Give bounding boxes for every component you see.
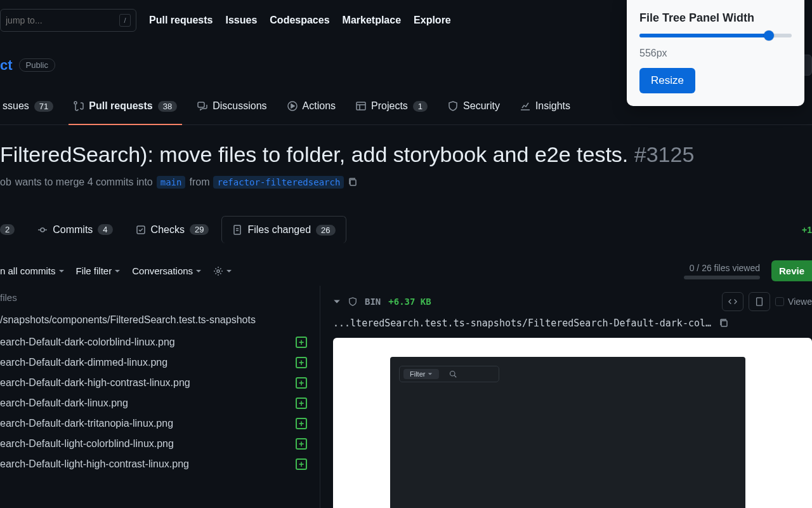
nav-codespaces[interactable]: Codespaces (270, 15, 329, 26)
diff-added-icon: + (296, 418, 307, 429)
diff-panel: BIN +6.37 KB Viewe ...lteredSearch.test.… (320, 286, 812, 508)
pr-merge-text: wants to merge 4 commits into (15, 177, 153, 188)
review-button[interactable]: Revie (771, 260, 812, 281)
diff-added-icon: + (296, 458, 307, 470)
chevron-down-icon (114, 268, 121, 274)
conversation-count: 2 (0, 224, 15, 235)
preview-search-icon[interactable] (444, 370, 495, 378)
svg-rect-9 (721, 321, 727, 326)
checklist-icon (136, 225, 146, 235)
shield-icon (448, 101, 458, 111)
tab-label: Commits (53, 224, 93, 236)
files-count: 26 (316, 225, 335, 236)
width-slider[interactable] (639, 34, 792, 37)
global-search[interactable]: / (0, 9, 136, 32)
tab-security[interactable]: Security (445, 95, 502, 117)
code-icon (728, 297, 737, 306)
tab-projects[interactable]: Projects 1 (353, 95, 430, 117)
svg-rect-6 (234, 225, 240, 234)
tree-item[interactable]: earch-Default-dark-linux.png+ (0, 393, 313, 413)
diff-added-icon: + (296, 438, 307, 450)
tree-folder-path[interactable]: /snapshots/components/FilteredSearch.tes… (0, 309, 313, 332)
nav-issues[interactable]: Issues (225, 15, 257, 26)
pr-title: FilteredSearch): move files to folder, a… (0, 142, 812, 167)
diff-image-preview: Filter (333, 338, 812, 508)
tree-item[interactable]: earch-Default-dark-dimmed-linux.png+ (0, 352, 313, 373)
copy-path-icon[interactable] (719, 318, 729, 328)
repo-name[interactable]: ct (0, 57, 13, 74)
chevron-down-icon (428, 371, 433, 377)
diff-bin-label: BIN (365, 297, 381, 307)
table-icon (356, 101, 366, 111)
graph-icon (520, 101, 530, 111)
tree-item[interactable]: earch-Default-dark-colorblind-linux.png+ (0, 332, 313, 352)
head-branch[interactable]: refactor-filteredsearch (213, 176, 344, 189)
git-commit-icon (37, 225, 48, 235)
tree-item[interactable]: earch-Default-light-colorblind-linux.png… (0, 434, 313, 454)
diff-added-icon: + (296, 377, 307, 389)
file-filter[interactable]: File filter (76, 265, 121, 276)
preview-filter-control: Filter (399, 366, 499, 382)
nav-explore[interactable]: Explore (414, 15, 451, 26)
search-input[interactable] (6, 15, 119, 25)
conversations-filter[interactable]: Conversations (132, 265, 202, 276)
nav-marketplace[interactable]: Marketplace (343, 15, 402, 26)
file-diff-icon (232, 225, 242, 235)
from-text: from (189, 177, 209, 188)
tab-issues[interactable]: ssues 71 (0, 95, 56, 117)
commits-filter[interactable]: n all commits (0, 265, 65, 276)
tab-actions[interactable]: Actions (285, 95, 338, 117)
tab-count: 71 (34, 101, 53, 112)
file-tree-width-popover: File Tree Panel Width 556px Resize (627, 0, 804, 106)
play-icon (287, 101, 298, 111)
diff-added-icon: + (296, 357, 307, 368)
chevron-down-icon (226, 268, 232, 274)
slider-thumb[interactable] (764, 30, 774, 41)
tab-label: Security (463, 100, 500, 112)
tab-label: Discussions (213, 100, 266, 112)
viewed-checkbox[interactable]: Viewe (775, 297, 812, 307)
tree-item[interactable]: earch-Default-dark-high-contrast-linux.p… (0, 373, 313, 393)
rendered-view-button[interactable] (749, 292, 770, 311)
tab-label: ssues (3, 100, 29, 112)
svg-point-4 (41, 228, 44, 232)
nav-pull-requests[interactable]: Pull requests (149, 15, 213, 26)
files-viewed-text: 0 / 26 files viewed (684, 263, 760, 273)
base-branch[interactable]: main (157, 176, 186, 189)
commits-count: 4 (98, 224, 112, 235)
pr-tab-conversation[interactable]: 2 (0, 217, 25, 243)
settings-dropdown[interactable] (213, 266, 232, 276)
chevron-down-icon[interactable] (333, 298, 341, 305)
svg-rect-0 (198, 102, 204, 107)
tab-pull-requests[interactable]: Pull requests 38 (71, 95, 180, 117)
svg-rect-3 (350, 180, 356, 185)
git-pull-request-icon (74, 101, 84, 111)
pr-number: #3125 (634, 142, 695, 166)
popover-title: File Tree Panel Width (639, 11, 792, 25)
pr-author[interactable]: ob (0, 177, 11, 188)
comment-discussion-icon (197, 101, 207, 111)
tab-count: 38 (158, 101, 177, 112)
tab-insights[interactable]: Insights (518, 95, 573, 117)
resize-button[interactable]: Resize (639, 68, 695, 93)
svg-rect-8 (757, 298, 763, 305)
chevron-down-icon (58, 268, 65, 274)
preview-filter-button[interactable]: Filter (403, 369, 439, 379)
tab-label: Actions (303, 100, 336, 112)
shield-icon (348, 297, 357, 306)
slider-value: 556px (639, 48, 792, 59)
filter-files-input[interactable]: files (0, 286, 313, 309)
tree-item[interactable]: earch-Default-light-high-contrast-linux.… (0, 454, 313, 474)
svg-rect-2 (357, 102, 365, 110)
pr-tab-checks[interactable]: Checks 29 (126, 217, 219, 243)
source-view-button[interactable] (722, 292, 743, 311)
tab-discussions[interactable]: Discussions (195, 95, 269, 117)
slash-key-hint: / (119, 14, 131, 27)
diff-added-icon: + (296, 337, 307, 348)
pr-tab-commits[interactable]: Commits 4 (27, 217, 122, 243)
svg-point-7 (217, 270, 219, 272)
file-icon (755, 297, 764, 306)
copy-icon[interactable] (348, 177, 358, 187)
tree-item[interactable]: earch-Default-dark-tritanopia-linux.png+ (0, 413, 313, 434)
pr-tab-files[interactable]: Files changed 26 (221, 216, 346, 243)
